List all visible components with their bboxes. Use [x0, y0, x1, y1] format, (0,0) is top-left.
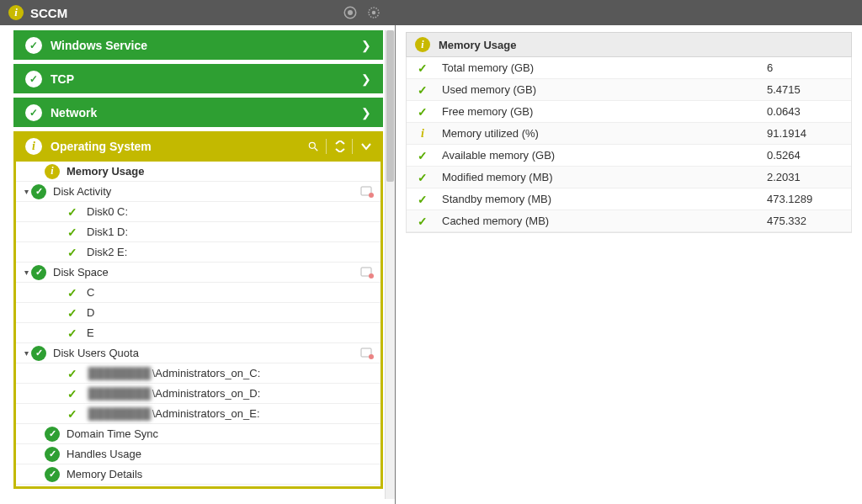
metric-value: 473.1289 [767, 193, 843, 205]
group-label: Windows Service [51, 39, 361, 52]
info-badge-icon: i [25, 138, 42, 155]
tree-item-domain-time-sync[interactable]: ✓Domain Time Sync [16, 424, 380, 444]
sidebar-scrollbar[interactable] [385, 30, 395, 499]
app-header: i SCCM [0, 0, 862, 25]
tree-item[interactable]: ✓Disk1 D: [16, 222, 380, 242]
metric-value: 5.4715 [767, 83, 843, 96]
ok-icon: ✓ [31, 265, 46, 280]
detail-row: ✓Modified memory (MB)2.2031 [407, 167, 851, 188]
tree-item-handles-usage[interactable]: ✓Handles Usage [16, 444, 380, 464]
tree-label: ████████\Administrators_on_C: [87, 367, 374, 379]
metric-label: Used memory (GB) [442, 83, 767, 96]
group-label: TCP [51, 72, 361, 86]
detail-title: Memory Usage [439, 39, 516, 51]
check-icon: ✓ [67, 205, 77, 219]
tree-label: D [87, 306, 374, 319]
metric-label: Memory utilized (%) [442, 127, 767, 140]
metric-label: Total memory (GB) [442, 61, 767, 74]
divider [352, 139, 353, 154]
expand-toggle-icon[interactable]: ▾ [21, 348, 31, 358]
detail-row: ✓Free memory (GB)0.0643 [407, 101, 851, 123]
tree-item[interactable]: ✓Disk2 E: [16, 242, 380, 263]
tree-item[interactable]: ✓Disk0 C: [16, 202, 380, 222]
ok-badge-icon: ✓ [25, 37, 42, 54]
tree-item[interactable]: ✓C [16, 283, 380, 303]
expand-toggle-icon[interactable]: ▾ [21, 268, 31, 277]
check-icon: ✓ [67, 326, 77, 340]
tree-item-memory-usage[interactable]: i Memory Usage [16, 162, 380, 182]
group-label: Operating System [51, 140, 299, 153]
svg-point-1 [348, 10, 353, 15]
check-icon: ✓ [67, 387, 77, 401]
detail-row: ✓Used memory (GB)5.4715 [407, 79, 851, 101]
group-label: Network [51, 106, 361, 119]
metric-value: 6 [767, 61, 843, 74]
row-action-icon[interactable] [360, 267, 374, 279]
tree-item[interactable]: ✓████████\Administrators_on_E: [16, 404, 380, 424]
ok-icon: ✓ [45, 467, 60, 482]
info-icon: i [421, 127, 424, 141]
metric-label: Standby memory (MB) [442, 193, 767, 205]
tree-label: Memory Details [67, 468, 374, 480]
tree-label: ████████\Administrators_on_E: [87, 407, 374, 420]
svg-point-4 [309, 142, 315, 148]
metric-label: Free memory (GB) [442, 105, 767, 118]
header-gear-icon[interactable] [365, 4, 382, 21]
redacted-text: ████████ [87, 407, 152, 420]
tree-label: Disk Space [53, 266, 360, 279]
check-icon: ✓ [418, 193, 428, 206]
metric-label: Modified memory (MB) [442, 171, 767, 183]
redacted-text: ████████ [87, 367, 152, 379]
check-icon: ✓ [67, 306, 77, 320]
scrollbar-thumb[interactable] [386, 30, 394, 182]
chevron-down-icon[interactable] [361, 142, 371, 151]
tree-label: Disk2 E: [87, 246, 374, 258]
group-operating-system[interactable]: i Operating System [13, 131, 383, 162]
group-network[interactable]: ✓ Network ❯ [13, 98, 383, 131]
metric-value: 91.1914 [767, 127, 843, 140]
metric-label: Cached memory (MB) [442, 215, 767, 227]
tree-item-memory-details[interactable]: ✓Memory Details [16, 464, 380, 485]
tree-item[interactable]: ✓████████\Administrators_on_D: [16, 384, 380, 404]
metric-value: 2.2031 [767, 171, 843, 183]
tree-item[interactable]: ✓████████\Administrators_on_C: [16, 363, 380, 384]
tree-item-disk-activity[interactable]: ▾ ✓ Disk Activity [16, 182, 380, 202]
ok-icon: ✓ [31, 184, 46, 199]
sidebar: ✓ Windows Service ❯ ✓ TCP ❯ ✓ Network ❯ … [0, 25, 396, 504]
check-icon: ✓ [418, 83, 428, 97]
expand-toggle-icon[interactable]: ▾ [21, 187, 31, 196]
header-alert-icon[interactable] [342, 4, 359, 21]
metric-value: 0.0643 [767, 105, 843, 118]
chevron-right-icon: ❯ [361, 39, 371, 52]
check-icon: ✓ [67, 225, 77, 239]
svg-point-7 [369, 193, 374, 198]
tree-item[interactable]: ✓E [16, 323, 380, 343]
group-windows-service[interactable]: ✓ Windows Service ❯ [13, 30, 383, 64]
metric-value: 0.5264 [767, 149, 843, 162]
collapse-all-icon[interactable] [335, 141, 345, 152]
check-icon: ✓ [418, 105, 428, 119]
row-action-icon[interactable] [360, 186, 374, 198]
svg-line-5 [315, 148, 318, 151]
check-icon: ✓ [418, 61, 428, 75]
ok-icon: ✓ [45, 427, 60, 442]
detail-panel: i Memory Usage ✓Total memory (GB)6 ✓Used… [396, 25, 862, 504]
tree-item-disk-users-quota[interactable]: ▾ ✓ Disk Users Quota [16, 343, 380, 363]
tree-item[interactable]: ✓D [16, 303, 380, 323]
tree-label: Disk Users Quota [53, 347, 360, 359]
row-action-icon[interactable] [360, 347, 374, 359]
detail-row: iMemory utilized (%)91.1914 [407, 123, 851, 145]
check-icon: ✓ [67, 246, 77, 259]
check-icon: ✓ [418, 171, 428, 184]
search-icon[interactable] [307, 141, 319, 152]
tree-item-disk-space[interactable]: ▾ ✓ Disk Space [16, 263, 380, 283]
check-icon: ✓ [418, 215, 428, 228]
tree-label: Disk0 C: [87, 205, 374, 218]
check-icon: ✓ [67, 407, 77, 421]
redacted-text: ████████ [87, 387, 152, 400]
sensor-tree: i Memory Usage ▾ ✓ Disk Activity ✓Disk0 … [13, 162, 383, 489]
group-tcp[interactable]: ✓ TCP ❯ [13, 64, 383, 98]
info-icon: i [45, 164, 60, 179]
ok-badge-icon: ✓ [25, 104, 42, 121]
check-icon: ✓ [418, 149, 428, 162]
